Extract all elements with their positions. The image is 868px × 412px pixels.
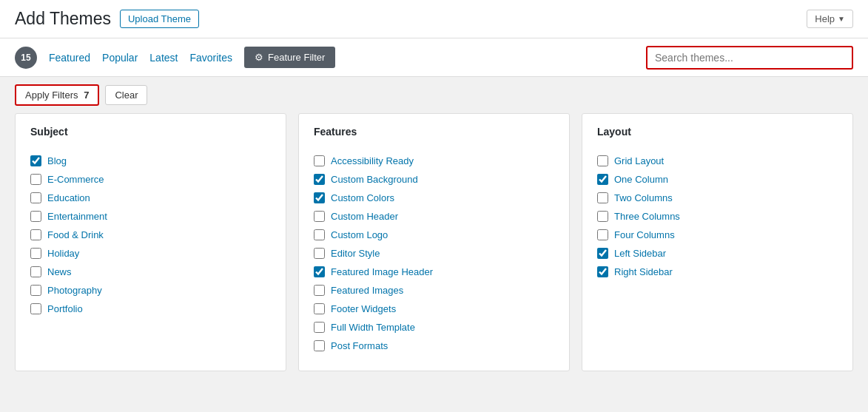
- list-item[interactable]: Food & Drink: [30, 229, 271, 240]
- checkbox-features-6[interactable]: [314, 266, 325, 277]
- nav-link-featured[interactable]: Featured: [49, 41, 90, 74]
- panel-title-layout: Layout: [597, 126, 838, 143]
- filter-panel-features: FeaturesAccessibility ReadyCustom Backgr…: [298, 113, 570, 371]
- checkbox-label: Three Columns: [614, 211, 680, 222]
- list-item[interactable]: Footer Widgets: [314, 303, 554, 314]
- checkbox-subject-1[interactable]: [30, 174, 41, 185]
- help-label: Help: [815, 13, 835, 24]
- upload-theme-button[interactable]: Upload Theme: [120, 10, 199, 28]
- filter-count: 7: [84, 90, 89, 101]
- checkbox-layout-2[interactable]: [597, 192, 608, 203]
- page-header: Add Themes Upload Theme Help ▼: [0, 0, 868, 38]
- chevron-down-icon: ▼: [838, 15, 845, 23]
- help-button[interactable]: Help ▼: [807, 10, 853, 28]
- nav-link-favorites[interactable]: Favorites: [189, 41, 232, 74]
- checkbox-features-2[interactable]: [314, 192, 325, 203]
- checkbox-label: Right Sidebar: [614, 266, 673, 277]
- gear-icon: ⚙: [255, 52, 263, 63]
- checkbox-label: Blog: [47, 155, 67, 166]
- list-item[interactable]: Holiday: [30, 248, 271, 259]
- checkbox-features-10[interactable]: [314, 340, 325, 351]
- filter-panels: SubjectBlogE-CommerceEducationEntertainm…: [0, 113, 868, 386]
- checkbox-label: Footer Widgets: [331, 303, 396, 314]
- nav-link-popular[interactable]: Popular: [102, 41, 138, 74]
- list-item[interactable]: News: [30, 266, 271, 277]
- panel-title-subject: Subject: [30, 126, 271, 143]
- checkbox-features-7[interactable]: [314, 285, 325, 296]
- checkbox-label: Custom Colors: [331, 192, 394, 203]
- checkbox-subject-8[interactable]: [30, 303, 41, 314]
- checkbox-features-1[interactable]: [314, 174, 325, 185]
- list-item[interactable]: Four Columns: [597, 229, 838, 240]
- checkbox-label: News: [47, 266, 72, 277]
- list-item[interactable]: Right Sidebar: [597, 266, 838, 277]
- checkbox-label: Grid Layout: [614, 155, 664, 166]
- checkbox-features-0[interactable]: [314, 155, 325, 166]
- checkbox-label: Featured Image Header: [331, 266, 433, 277]
- list-item[interactable]: Editor Style: [314, 248, 554, 259]
- checkbox-label: One Column: [614, 174, 668, 185]
- theme-count-badge: 15: [15, 47, 37, 69]
- checkbox-layout-1[interactable]: [597, 174, 608, 185]
- list-item[interactable]: Entertainment: [30, 211, 271, 222]
- checkbox-subject-4[interactable]: [30, 229, 41, 240]
- checkbox-label: Entertainment: [47, 211, 107, 222]
- checkbox-layout-5[interactable]: [597, 248, 608, 259]
- list-item[interactable]: One Column: [597, 174, 838, 185]
- checkbox-label: Left Sidebar: [614, 248, 666, 259]
- feature-filter-button[interactable]: ⚙ Feature Filter: [244, 47, 335, 68]
- checkbox-layout-4[interactable]: [597, 229, 608, 240]
- list-item[interactable]: Portfolio: [30, 303, 271, 314]
- list-item[interactable]: Full Width Template: [314, 322, 554, 333]
- apply-filters-button[interactable]: Apply Filters 7: [15, 84, 99, 106]
- clear-button[interactable]: Clear: [105, 85, 147, 105]
- search-input[interactable]: [646, 46, 853, 70]
- checkbox-features-4[interactable]: [314, 229, 325, 240]
- filter-panel-subject: SubjectBlogE-CommerceEducationEntertainm…: [15, 113, 286, 371]
- checkbox-label: Post Formats: [331, 340, 388, 351]
- checkbox-label: Full Width Template: [331, 322, 415, 333]
- nav-bar: 15 Featured Popular Latest Favorites ⚙ F…: [0, 38, 868, 77]
- checkbox-label: Four Columns: [614, 229, 675, 240]
- checkbox-label: Holiday: [47, 248, 79, 259]
- checkbox-subject-6[interactable]: [30, 266, 41, 277]
- list-item[interactable]: Post Formats: [314, 340, 554, 351]
- list-item[interactable]: Education: [30, 192, 271, 203]
- nav-link-latest[interactable]: Latest: [149, 41, 178, 74]
- checkbox-subject-3[interactable]: [30, 211, 41, 222]
- list-item[interactable]: Featured Image Header: [314, 266, 554, 277]
- checkbox-subject-7[interactable]: [30, 285, 41, 296]
- list-item[interactable]: Custom Colors: [314, 192, 554, 203]
- checkbox-label: Editor Style: [331, 248, 380, 259]
- checkbox-subject-2[interactable]: [30, 192, 41, 203]
- nav-left: 15 Featured Popular Latest Favorites ⚙ F…: [15, 41, 335, 74]
- checkbox-layout-0[interactable]: [597, 155, 608, 166]
- list-item[interactable]: Custom Background: [314, 174, 554, 185]
- page-header-left: Add Themes Upload Theme: [15, 9, 199, 29]
- list-item[interactable]: Custom Header: [314, 211, 554, 222]
- checkbox-features-9[interactable]: [314, 322, 325, 333]
- checkbox-label: Portfolio: [47, 303, 83, 314]
- list-item[interactable]: Left Sidebar: [597, 248, 838, 259]
- checkbox-features-3[interactable]: [314, 211, 325, 222]
- list-item[interactable]: Grid Layout: [597, 155, 838, 166]
- feature-filter-label: Feature Filter: [268, 52, 325, 63]
- checkbox-subject-5[interactable]: [30, 248, 41, 259]
- list-item[interactable]: E-Commerce: [30, 174, 271, 185]
- checkbox-features-8[interactable]: [314, 303, 325, 314]
- checkbox-subject-0[interactable]: [30, 155, 41, 166]
- list-item[interactable]: Three Columns: [597, 211, 838, 222]
- checkbox-layout-6[interactable]: [597, 266, 608, 277]
- list-item[interactable]: Featured Images: [314, 285, 554, 296]
- list-item[interactable]: Photography: [30, 285, 271, 296]
- list-item[interactable]: Two Columns: [597, 192, 838, 203]
- checkbox-label: Custom Logo: [331, 229, 388, 240]
- filter-bar: Apply Filters 7 Clear: [0, 77, 868, 113]
- list-item[interactable]: Blog: [30, 155, 271, 166]
- checkbox-features-5[interactable]: [314, 248, 325, 259]
- page-title: Add Themes: [15, 9, 111, 29]
- checkbox-layout-3[interactable]: [597, 211, 608, 222]
- checkbox-label: Food & Drink: [47, 229, 104, 240]
- list-item[interactable]: Custom Logo: [314, 229, 554, 240]
- list-item[interactable]: Accessibility Ready: [314, 155, 554, 166]
